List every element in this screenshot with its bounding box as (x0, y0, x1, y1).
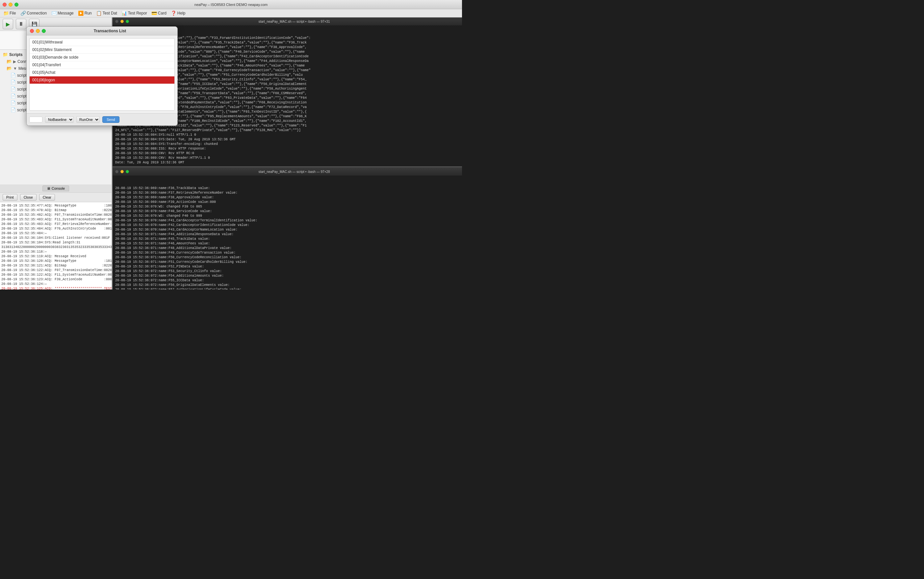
terminal-line: 20-08-19 15:52:36:069:name:F39_ActionCod… (115, 200, 460, 204)
terminal-line: 20-08-19 15:52:36:069:name:F37_Retrieval… (115, 191, 460, 195)
terminal-bottom: start_neaPay_MAC.sh — script • -bash — 9… (112, 167, 462, 290)
pause-button[interactable]: ⏸ (16, 19, 26, 29)
t2-maximize[interactable] (126, 170, 129, 173)
terminal2-output[interactable]: 20-08-19 15:52:36:069:name:F36_Track3Dat… (112, 175, 462, 290)
print-button[interactable]: Print (3, 194, 18, 201)
list-item[interactable]: 001|03|Demande de solde (29, 54, 174, 61)
console-output[interactable]: 20-08-19 15:52:35:477:ACQ: MessageType :… (0, 202, 112, 290)
t1-maximize[interactable] (126, 20, 129, 23)
maximize-button[interactable] (15, 3, 18, 7)
run-icon: ▶️ (78, 11, 83, 16)
close-button[interactable] (3, 3, 7, 7)
dialog-title: Transactions List (46, 29, 174, 33)
console-line: 20-08-19 15:52:36:104:SYS:Read length:31 (1, 240, 110, 245)
terminal-line: 20-08-19 15:52:36:072:name:F54_Additiona… (115, 274, 460, 278)
baseline-select[interactable]: NoBaseline Baseline (45, 116, 74, 123)
run-select[interactable]: RunOne RunAll (77, 116, 100, 123)
terminal-line: Date: Tue, 20 Aug 2019 13:52:36 GMT (115, 160, 460, 165)
terminal-line: 20-08-19 15:52:36:089:CNV: Rcv Header:HT… (115, 156, 460, 160)
terminal-line: 20-08-19 15:52:36:088:ISS: Recv HTTP res… (115, 147, 460, 151)
dialog-titlebar: Transactions List (27, 27, 178, 36)
menu-testdat[interactable]: 📋 Test Dat (95, 10, 119, 16)
testdat-icon: 📋 (96, 11, 102, 16)
terminal-line: 20-08-19 15:52:36:072:name:F53_Security_… (115, 269, 460, 274)
terminal2-controls[interactable] (115, 170, 129, 173)
terminal-line: 20-08-19 15:52:36:084:SYS:Date: Tue, 20 … (115, 137, 460, 142)
console-line: 20-08-19 15:52:36:122:ACQ: F11_SystemTra… (1, 273, 110, 277)
terminal-line: 20-08-19 15:52:36:072:name:F56_OriginalD… (115, 283, 460, 288)
send-button[interactable]: Send (102, 116, 119, 123)
terminal-line: 20-08-19 15:52:36:071:name:F52_PINData v… (115, 265, 460, 269)
dialog-close-button[interactable] (30, 29, 34, 33)
terminal-line: 20-08-19 15:52:36:070:name:F41_CardAccep… (115, 218, 460, 223)
console-line: 20-08-19 15:52:35:483:ACQ: F11_SystemTra… (1, 218, 110, 222)
testreport-icon: 📊 (122, 11, 127, 16)
list-item[interactable]: 001|06|logon (29, 77, 174, 84)
menu-connection[interactable]: 🔗 Connection (18, 10, 49, 16)
list-item[interactable]: 001|05|Achat (29, 69, 174, 77)
menu-run[interactable]: ▶️ Run (77, 10, 94, 16)
scripts-folder-icon: 📁 (3, 52, 8, 57)
list-item[interactable]: 001|04|Transfert (29, 61, 174, 69)
console-wrapper: 🖥 Console Print Close Clear 20-08-19 15:… (0, 185, 112, 290)
minimize-button[interactable] (8, 3, 13, 7)
message-icon: ✉️ (51, 11, 57, 16)
script-analytics-icon: 📄 (11, 100, 16, 105)
list-item[interactable]: 001|01|Withrawal (29, 39, 174, 46)
connection-icon: 🔗 (20, 11, 26, 16)
terminal-line: 20-08-19 15:52:36:071:name:F44_Additiona… (115, 232, 460, 237)
console-line: 20-08-19 15:52:36:124:— (1, 282, 110, 286)
t1-minimize[interactable] (121, 20, 124, 23)
t1-dot1 (115, 20, 119, 23)
console-line: 20-08-19 15:52:36:104:SYS:Client listene… (1, 236, 110, 240)
console-line: 20-08-19 15:52:35:484:— (1, 231, 110, 236)
clear-button[interactable]: Clear (39, 194, 55, 201)
window-controls[interactable] (3, 3, 18, 7)
terminal-line: 20-08-19 15:52:36:070:WS: changed F39 to… (115, 204, 460, 209)
menu-help[interactable]: ❓ Help (169, 10, 187, 16)
console-tab-icon: 🖥 (47, 186, 51, 190)
terminal-line: 20-08-19 15:52:36:070:name:F42_CardAccep… (115, 223, 460, 227)
dialog-minimize-button[interactable] (36, 29, 40, 33)
script-variables-icon: 📄 (11, 87, 16, 92)
menu-testreport[interactable]: 📊 Test Repor (120, 10, 149, 16)
console-line: 20-08-19 15:52:36:121:ACQ: Bitmap :02200… (1, 263, 110, 268)
app-title: neaPay – ISO8583 Client DEMO neapay.com (194, 3, 267, 7)
dialog-input[interactable] (29, 116, 42, 123)
console-line: 20-08-19 15:52:36:120:ACQ: MessageType :… (1, 259, 110, 263)
transactions-list[interactable]: 001|01|Withrawal001|02|Mini Statement001… (29, 38, 175, 111)
play-button[interactable]: ▶ (3, 19, 13, 29)
terminal-line: 20-08-19 15:52:36:072:name:F57_Authorisa… (115, 288, 460, 290)
console-line: 3138313402200000020000000303832303135353… (1, 245, 110, 250)
terminal2-title: start_neaPay_MAC.sh — script • -bash — 9… (129, 170, 460, 173)
terminal-line: 20-08-19 15:52:36:089:CNV: Rcv HTTP RC:0 (115, 151, 460, 156)
console-line: 20-08-19 15:52:35:483:ACQ: F37_Retrieval… (1, 222, 110, 227)
terminal-line: 20-08-19 15:52:36:071:name:F48_Additiona… (115, 246, 460, 251)
terminal-line: 20-08-19 15:52:36:069:name:F36_Track3Dat… (115, 186, 460, 191)
dialog-body: 001|01|Withrawal001|02|Mini Statement001… (27, 36, 178, 113)
close-console-button[interactable]: Close (20, 194, 36, 201)
console-tab[interactable]: 🖥 Console (42, 185, 69, 191)
script-acquirer-icon: 📄 (11, 107, 16, 112)
console-line: 20-08-19 15:52:36:125:ACQ: *************… (1, 286, 110, 290)
terminal-line: 20-08-19 15:52:36:071:name:F49_CurrencyC… (115, 251, 460, 255)
dialog-maximize-button[interactable] (42, 29, 46, 33)
terminal-line: 24_NFC","value":""},{"name":"F127_Reserv… (115, 128, 460, 133)
console-line: 20-08-19 15:52:36:119:ACQ: Message Recei… (1, 254, 110, 259)
terminal1-controls[interactable] (115, 20, 129, 23)
terminal-line: 20-08-19 15:52:36:070:name:F40_ServiceCo… (115, 209, 460, 214)
dialog-controls[interactable] (30, 29, 46, 33)
menu-message[interactable]: ✉️ Message (49, 10, 76, 16)
list-item[interactable]: 001|02|Mini Statement (29, 46, 174, 54)
terminal-line: 20-08-19 15:52:36:084:SYS:Transfer-encod… (115, 142, 460, 147)
console-line: 20-08-19 15:52:36:123:ACQ: F39_ActionCod… (1, 277, 110, 282)
script-connections-icon: 📄 (11, 80, 16, 85)
help-icon: ❓ (171, 11, 176, 16)
console-header: 🖥 Console (0, 185, 112, 193)
menu-card[interactable]: 💳 Card (150, 10, 168, 16)
script-global-icon: 📄 (11, 73, 16, 78)
terminal-line: 20-08-19 15:52:36:071:name:F51_CurrencyC… (115, 260, 460, 265)
t2-minimize[interactable] (121, 170, 124, 173)
menu-file[interactable]: 📁 File (1, 10, 18, 16)
console-line: 20-08-19 15:52:35:482:ACQ: F07_Transmiss… (1, 213, 110, 218)
